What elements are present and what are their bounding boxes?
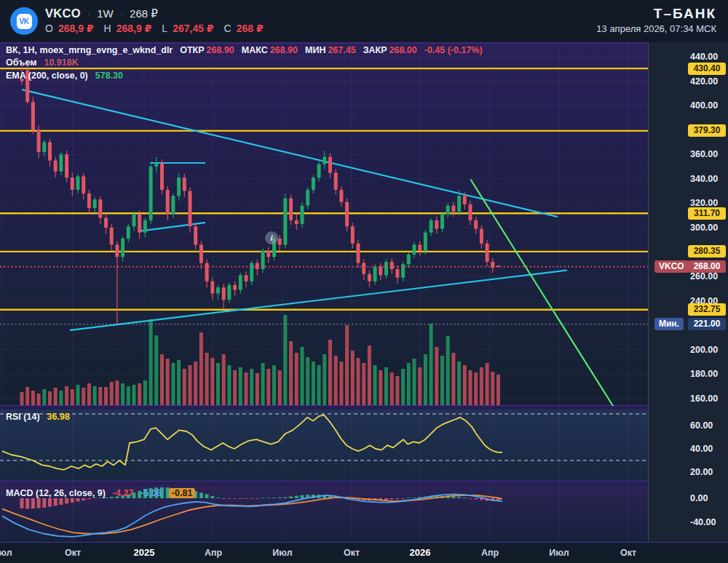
tbank-logo: Т–БАНК [654,6,716,22]
current-price: 268 ₽ [130,7,158,20]
macd-line-value: -5.08 [141,488,162,498]
volume-label: Объем [6,57,36,68]
maks-value: 268.90 [270,45,298,55]
zakr-value: 268.00 [389,45,416,55]
open-value: 268,9 ₽ [58,23,94,34]
high-label: H [104,23,111,34]
low-label: L [162,23,167,34]
volume-value: 10.918K [44,57,78,68]
macd-hist-value: -4.27 [113,488,134,498]
separator-dot: · [120,8,123,19]
otkr-label: ОТКР [180,45,204,55]
ema-legend: EMA (200, close, 0) 578.30 [6,71,123,81]
vk-logo-glyph: VK [17,14,32,29]
rsi-value: 36.98 [47,412,70,422]
high-value: 268,9 ₽ [116,23,152,34]
symbol: VKCO [45,7,81,20]
macd-legend: MACD (12, 26, close, 9) -4.27 -5.08 -0.8… [6,488,195,498]
close-value: 268 ₽ [237,23,264,34]
zakr-label: ЗАКР [363,45,387,55]
maks-label: МАКС [242,45,268,55]
macd-signal-value: -0.81 [169,488,196,498]
series-name: ВК, 1Н, moex_mrng_evng_e_wknd_dlr [6,45,173,55]
trading-terminal: VK VKCO · 1W · 268 ₽ O268,9 ₽ H268,9 ₽ L… [0,0,728,563]
open-label: O [45,23,53,34]
volume-legend: Объем 10.918K [6,57,79,68]
ohlc-row: O268,9 ₽ H268,9 ₽ L267,45 ₽ C268 ₽ [45,23,264,34]
vk-logo-icon: VK [10,7,38,35]
low-value: 267,45 ₽ [173,23,213,34]
ema-value: 578.30 [95,71,123,81]
ema-label: EMA (200, close, 0) [6,71,88,81]
min-label: МИН [305,45,325,55]
min-value: 267.45 [328,45,355,55]
series-legend: ВК, 1Н, moex_mrng_evng_e_wknd_dlr ОТКР26… [6,45,483,55]
rsi-legend: RSI (14) 36.98 [6,412,70,422]
chart-canvas[interactable] [0,0,728,563]
instrument-title: VKCO · 1W · 268 ₽ [45,7,158,20]
otkr-value: 268.90 [207,45,234,55]
timestamp: 13 апреля 2026, 07:34 МСК [596,23,716,34]
close-label: C [224,23,232,34]
header: VK VKCO · 1W · 268 ₽ O268,9 ₽ H268,9 ₽ L… [0,0,728,42]
interval[interactable]: 1W [97,7,114,20]
info-icon[interactable]: i [265,231,278,244]
separator-dot: · [87,8,90,19]
change-value: -0.45 (-0.17%) [424,45,483,55]
macd-label: MACD (12, 26, close, 9) [6,488,106,498]
rsi-label: RSI (14) [6,412,40,422]
